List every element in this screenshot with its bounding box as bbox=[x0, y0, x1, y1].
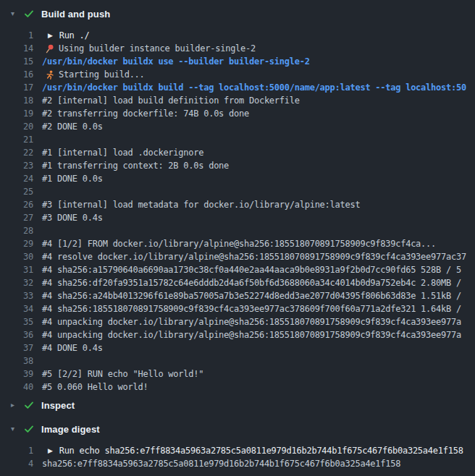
line-number[interactable]: 4 bbox=[0, 457, 33, 470]
log-text: Starting build... bbox=[59, 68, 145, 81]
log-text: #4 DONE 0.4s bbox=[42, 341, 103, 354]
log-line: 15/usr/bin/docker buildx use --builder b… bbox=[0, 55, 475, 68]
line-number[interactable]: 40 bbox=[0, 381, 33, 394]
line-number[interactable]: 26 bbox=[0, 198, 33, 211]
line-number[interactable]: 38 bbox=[0, 354, 33, 367]
log-line: 17/usr/bin/docker buildx build --tag loc… bbox=[0, 81, 475, 94]
log-line: 18#2 [internal] load build definition fr… bbox=[0, 94, 475, 107]
chevron-down-icon[interactable]: ▾ bbox=[11, 10, 20, 17]
log-line: 37#4 DONE 0.4s bbox=[0, 341, 475, 354]
log-line: 27#3 DONE 0.4s bbox=[0, 211, 475, 224]
check-icon bbox=[23, 423, 35, 435]
section-header-image-digest[interactable]: ▾Image digest bbox=[0, 420, 475, 438]
log-line-body: #4 sha256:a15790640a6690aa1730c38cf0a440… bbox=[42, 263, 461, 276]
log-text: Run echo sha256:e7ff8834a5963a2785c5a081… bbox=[59, 444, 463, 457]
line-number[interactable]: 20 bbox=[0, 120, 33, 133]
log-line: 33#4 sha256:a24bb4013296f61e89ba57005a7b… bbox=[0, 289, 475, 302]
log-line: 28 bbox=[0, 224, 475, 237]
log-text: Run ./ bbox=[59, 29, 90, 42]
log-line-body: #1 DONE 0.0s bbox=[42, 172, 103, 185]
log-line-body: #4 unpacking docker.io/library/alpine@sh… bbox=[42, 315, 461, 328]
line-number[interactable]: 24 bbox=[0, 172, 33, 185]
log-text: #2 DONE 0.0s bbox=[42, 120, 103, 133]
log-line: 31#4 sha256:a15790640a6690aa1730c38cf0a4… bbox=[0, 263, 475, 276]
line-number[interactable]: 37 bbox=[0, 341, 33, 354]
line-number[interactable]: 23 bbox=[0, 159, 33, 172]
log-text: #4 unpacking docker.io/library/alpine@sh… bbox=[42, 328, 461, 341]
section-header-build-and-push[interactable]: ▾Build and push bbox=[0, 5, 475, 22]
chevron-right-icon[interactable]: ▸ bbox=[11, 401, 20, 409]
section-title: Build and push bbox=[41, 9, 110, 20]
log-line: 36#4 unpacking docker.io/library/alpine@… bbox=[0, 328, 475, 341]
section-title: Inspect bbox=[41, 400, 75, 411]
section-header-inspect[interactable]: ▸Inspect bbox=[0, 396, 475, 414]
expand-group-arrow-icon[interactable]: ▶ bbox=[48, 33, 53, 39]
line-number[interactable]: 1 bbox=[0, 444, 33, 457]
line-number[interactable]: 34 bbox=[0, 302, 33, 315]
log-line: 25 bbox=[0, 185, 475, 198]
line-number[interactable]: 30 bbox=[0, 250, 33, 263]
line-number[interactable]: 35 bbox=[0, 315, 33, 328]
log-line: 34#4 sha256:185518070891758909c9f839cf4c… bbox=[0, 302, 475, 315]
line-number[interactable]: 17 bbox=[0, 81, 33, 94]
log-line-body: ▶Run echo sha256:e7ff8834a5963a2785c5a08… bbox=[48, 444, 463, 457]
log-line: 14Using builder instance builder-single-… bbox=[0, 42, 475, 55]
log-line: 23#1 transferring context: 2B 0.0s done bbox=[0, 159, 475, 172]
log-line-body: /usr/bin/docker buildx use --builder bui… bbox=[42, 55, 310, 68]
line-number[interactable]: 36 bbox=[0, 328, 33, 341]
log-line-body: #5 [2/2] RUN echo "Hello world!" bbox=[42, 367, 203, 381]
log-text: Using builder instance builder-single-2 bbox=[59, 42, 256, 55]
log-line: 35#4 unpacking docker.io/library/alpine@… bbox=[0, 315, 475, 328]
log-line-body: #2 transferring dockerfile: 74B 0.0s don… bbox=[42, 107, 249, 120]
line-number[interactable]: 39 bbox=[0, 367, 33, 381]
log-line-body: #5 0.060 Hello world! bbox=[42, 381, 148, 394]
log-text: #2 [internal] load build definition from… bbox=[42, 94, 300, 107]
chevron-down-icon[interactable]: ▾ bbox=[11, 425, 20, 433]
log-text: #4 sha256:a24bb4013296f61e89ba57005a7b3e… bbox=[42, 289, 461, 302]
line-number[interactable]: 14 bbox=[0, 42, 33, 55]
log-line-body: /usr/bin/docker buildx build --tag local… bbox=[42, 81, 466, 94]
line-number[interactable]: 15 bbox=[0, 55, 33, 68]
log-line: 30#4 resolve docker.io/library/alpine@sh… bbox=[0, 250, 475, 263]
log-line: 24#1 DONE 0.0s bbox=[0, 172, 475, 185]
line-number[interactable]: 21 bbox=[0, 133, 33, 146]
log-line: 32#4 sha256:df20fa9351a15782c64e6dddb2d4… bbox=[0, 276, 475, 289]
log-line-body: sha256:e7ff8834a5963a2785c5a0811e979d16b… bbox=[42, 457, 400, 470]
log-line: 1▶Run ./ bbox=[0, 29, 475, 42]
log-text: #2 transferring dockerfile: 74B 0.0s don… bbox=[42, 107, 249, 120]
log-text: #1 transferring context: 2B 0.0s done bbox=[42, 159, 229, 172]
log-line-body: #4 DONE 0.4s bbox=[42, 341, 103, 354]
log-line-body: Using builder instance builder-single-2 bbox=[42, 42, 256, 55]
log-text: #5 [2/2] RUN echo "Hello world!" bbox=[42, 367, 203, 381]
log-text: #4 sha256:df20fa9351a15782c64e6dddb2d4a6… bbox=[42, 276, 461, 289]
line-number[interactable]: 25 bbox=[0, 185, 33, 198]
expand-group-arrow-icon[interactable]: ▶ bbox=[48, 448, 53, 454]
log-text: #1 DONE 0.0s bbox=[42, 172, 103, 185]
log-lines-build-and-push: 1▶Run ./14Using builder instance builder… bbox=[0, 29, 475, 394]
line-number[interactable]: 1 bbox=[0, 29, 33, 42]
log-text: #3 DONE 0.4s bbox=[42, 211, 103, 224]
line-number[interactable]: 29 bbox=[0, 237, 33, 250]
log-line: 4sha256:e7ff8834a5963a2785c5a0811e979d16… bbox=[0, 457, 475, 470]
actions-log-viewer: ▾Build and push1▶Run ./14Using builder i… bbox=[0, 0, 475, 476]
log-line: 22#1 [internal] load .dockerignore bbox=[0, 146, 475, 159]
line-number[interactable]: 31 bbox=[0, 263, 33, 276]
log-line: 16Starting build... bbox=[0, 68, 475, 81]
log-line-body: #4 sha256:185518070891758909c9f839cf4ca3… bbox=[42, 302, 461, 315]
line-number[interactable]: 22 bbox=[0, 146, 33, 159]
log-line-body: #4 sha256:df20fa9351a15782c64e6dddb2d4a6… bbox=[42, 276, 461, 289]
line-number[interactable]: 33 bbox=[0, 289, 33, 302]
log-text: #1 [internal] load .dockerignore bbox=[42, 146, 203, 159]
line-number[interactable]: 32 bbox=[0, 276, 33, 289]
line-number[interactable]: 19 bbox=[0, 107, 33, 120]
line-number[interactable]: 16 bbox=[0, 68, 33, 81]
line-number[interactable]: 18 bbox=[0, 94, 33, 107]
log-line: 39#5 [2/2] RUN echo "Hello world!" bbox=[0, 367, 475, 381]
line-number[interactable]: 28 bbox=[0, 224, 33, 237]
log-line: 38 bbox=[0, 354, 475, 367]
log-line: 19#2 transferring dockerfile: 74B 0.0s d… bbox=[0, 107, 475, 120]
log-line-body: #1 [internal] load .dockerignore bbox=[42, 146, 203, 159]
log-line: 29#4 [1/2] FROM docker.io/library/alpine… bbox=[0, 237, 475, 250]
log-text: #4 resolve docker.io/library/alpine@sha2… bbox=[42, 250, 466, 263]
line-number[interactable]: 27 bbox=[0, 211, 33, 224]
